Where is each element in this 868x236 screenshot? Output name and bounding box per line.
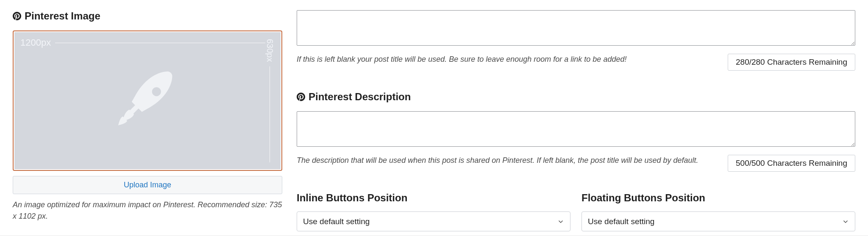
title-char-count: 280/280 Characters Remaining <box>728 54 855 71</box>
pinterest-icon <box>13 12 21 20</box>
dimension-height-label: 630px <box>265 39 275 62</box>
dimension-width-line <box>55 43 265 43</box>
description-field-block: The description that will be used when t… <box>297 111 855 172</box>
floating-buttons-heading: Floating Buttons Position <box>581 192 855 204</box>
title-textarea[interactable] <box>297 10 855 46</box>
pinterest-icon <box>297 93 305 101</box>
pinterest-description-heading: Pinterest Description <box>297 91 855 103</box>
upload-image-button[interactable]: Upload Image <box>13 176 282 194</box>
pinterest-image-heading: Pinterest Image <box>13 10 284 22</box>
dimension-height-guide: 630px <box>265 39 275 162</box>
description-char-count: 500/500 Characters Remaining <box>728 155 855 172</box>
pinterest-description-heading-text: Pinterest Description <box>309 91 411 103</box>
upload-image-button-label: Upload Image <box>124 181 171 189</box>
dimension-width-guide: 1200px <box>20 37 265 48</box>
floating-buttons-select[interactable]: Use default setting <box>581 211 855 231</box>
title-field-block: If this is left blank your post title wi… <box>297 10 855 71</box>
dimension-width-label: 1200px <box>20 37 51 48</box>
rocket-icon <box>111 65 184 137</box>
image-preview-inner: 1200px 630px <box>14 32 281 169</box>
image-preview[interactable]: 1200px 630px <box>13 30 282 171</box>
inline-buttons-heading: Inline Buttons Position <box>297 192 570 204</box>
pinterest-image-help-text: An image optimized for maximum impact on… <box>13 199 282 222</box>
inline-buttons-select[interactable]: Use default setting <box>297 211 570 231</box>
title-help-text: If this is left blank your post title wi… <box>297 54 719 65</box>
description-help-text: The description that will be used when t… <box>297 155 719 166</box>
dimension-height-line <box>270 66 270 163</box>
description-textarea[interactable] <box>297 111 855 147</box>
pinterest-image-heading-text: Pinterest Image <box>25 10 100 22</box>
